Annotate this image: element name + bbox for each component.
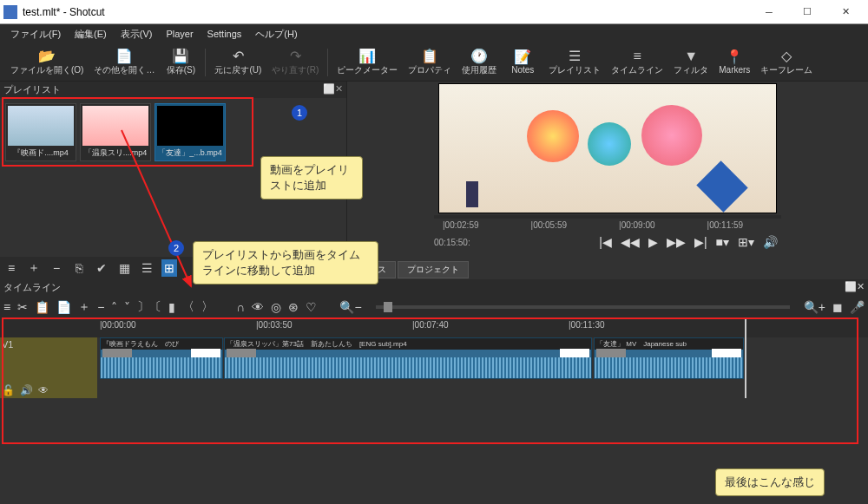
- next-marker-icon[interactable]: 〉: [201, 299, 214, 315]
- table-icon[interactable]: ▦: [116, 261, 132, 275]
- save-icon: 💾: [172, 49, 189, 64]
- magnet-icon[interactable]: ∩: [236, 300, 245, 314]
- thumb-label: 『映画ド....mp4: [8, 146, 74, 159]
- ripple-all-icon[interactable]: ⊛: [288, 300, 299, 314]
- copy-icon[interactable]: 📋: [35, 300, 49, 314]
- minimize-button[interactable]: ─: [750, 1, 788, 23]
- open-other-button[interactable]: 📄その他を開く…: [89, 47, 160, 78]
- timeline-undock-icon[interactable]: ⬜: [845, 281, 857, 294]
- playlist-item[interactable]: 「友達」_...b.mp4: [155, 103, 226, 161]
- properties-button[interactable]: 📋プロパティ: [403, 47, 457, 78]
- track-header[interactable]: V1 🔓 🔊 👁: [0, 337, 97, 398]
- plus-icon[interactable]: ＋: [26, 260, 42, 276]
- playlist-undock-icon[interactable]: ⬜: [323, 83, 335, 96]
- annotation-badge-2: 2: [168, 240, 184, 256]
- ripple-icon[interactable]: ◎: [271, 300, 281, 314]
- thumb-label: 「友達」_...b.mp4: [157, 146, 223, 159]
- skip-end-icon[interactable]: ▶|: [694, 235, 707, 249]
- timeline-button[interactable]: ≡タイムライン: [606, 47, 668, 78]
- zoom-icon[interactable]: ■▾: [716, 235, 729, 249]
- up-icon[interactable]: ˄: [111, 300, 117, 314]
- paste-icon[interactable]: 📄: [56, 300, 71, 314]
- timeline-body[interactable]: 出力 |00:00:00|00:03:50|00:07:40|00:11:30 …: [0, 318, 868, 405]
- menu-player[interactable]: Player: [159, 29, 200, 39]
- timeline-tick: |00:03:50: [256, 320, 293, 330]
- open-other-label: その他を開く…: [94, 64, 155, 76]
- redo-button[interactable]: ↷やり直す(R): [266, 47, 324, 78]
- tl-menu-icon[interactable]: ≡: [3, 300, 10, 314]
- peak-meter-button[interactable]: 📊ピークメーター: [332, 47, 403, 78]
- notes-button[interactable]: 📝Notes: [502, 48, 543, 76]
- open-file-button[interactable]: 📂ファイルを開く(O): [5, 47, 89, 78]
- playlist-item[interactable]: 『映画ド....mp4: [5, 103, 76, 161]
- play-icon[interactable]: ▶: [648, 235, 658, 249]
- timeline-close-icon[interactable]: ✕: [857, 281, 865, 294]
- menu-help[interactable]: ヘルプ(H): [248, 28, 304, 41]
- list-view-icon[interactable]: ☰: [139, 261, 155, 275]
- volume-icon[interactable]: 🔊: [763, 235, 778, 249]
- keyframe-button[interactable]: ◇キーフレーム: [755, 47, 818, 78]
- timeline-header: タイムライン⬜✕: [0, 279, 868, 296]
- history-button[interactable]: 🕐使用履歴: [457, 47, 502, 78]
- undo-button[interactable]: ↶元に戻す(U): [209, 47, 266, 78]
- clip-waveform: [225, 357, 591, 378]
- annotation-badge-1: 1: [292, 105, 307, 121]
- menu-icon[interactable]: ≡: [3, 261, 19, 275]
- zoom-fit-icon[interactable]: ◼: [832, 300, 843, 314]
- marker-add-icon[interactable]: ▮: [168, 300, 175, 314]
- minus-icon[interactable]: −: [97, 300, 104, 314]
- filter-button[interactable]: ▼フィルタ: [668, 47, 713, 78]
- grid-view-icon[interactable]: ⊞: [161, 259, 177, 277]
- timeline-tick: |00:00:00: [100, 320, 136, 330]
- menu-view[interactable]: 表示(V): [114, 28, 160, 41]
- maximize-button[interactable]: ☐: [788, 1, 826, 23]
- menu-settings[interactable]: Settings: [201, 29, 249, 39]
- redo-label: やり直す(R): [272, 64, 319, 76]
- fast-forward-icon[interactable]: ▶▶: [667, 235, 686, 249]
- playlist-close-icon[interactable]: ✕: [335, 83, 343, 96]
- close-button[interactable]: ✕: [826, 1, 865, 23]
- markers-button[interactable]: 📍Markers: [713, 48, 755, 76]
- grid-icon[interactable]: ⊞▾: [738, 235, 754, 249]
- insert-icon[interactable]: ⎘: [71, 261, 87, 275]
- menu-file[interactable]: ファイル(F): [3, 28, 68, 41]
- timeline-ruler[interactable]: |00:00:00|00:03:50|00:07:40|00:11:30: [0, 318, 868, 337]
- preview-ruler[interactable]: |00:02:59 |00:05:59 |00:09:00 |00:11:59: [434, 219, 781, 232]
- down-icon[interactable]: ˅: [124, 300, 130, 314]
- scrub-icon[interactable]: 👁: [252, 300, 264, 314]
- key-icon: ◇: [781, 49, 792, 64]
- ripple-markers-icon[interactable]: ♡: [306, 300, 317, 314]
- zoom-in-icon[interactable]: 🔍+: [804, 300, 825, 314]
- prev-marker-icon[interactable]: 〈: [182, 299, 194, 315]
- rewind-icon[interactable]: ◀◀: [621, 235, 640, 249]
- split-icon[interactable]: 〕〔: [137, 299, 161, 315]
- timeline-clip[interactable]: 『映画ドラえもん のび: [100, 337, 223, 379]
- notes-label: Notes: [511, 65, 534, 75]
- timeline-label: タイムライン: [611, 64, 663, 76]
- cut-icon[interactable]: ✂: [17, 300, 28, 314]
- minus-icon[interactable]: −: [49, 261, 64, 275]
- markers-label: Markers: [719, 65, 750, 75]
- meter-icon: 📊: [358, 49, 376, 64]
- zoom-slider[interactable]: [376, 305, 790, 309]
- record-audio-icon[interactable]: 🎤: [850, 300, 865, 314]
- timeline-clip[interactable]: 「友達」 MV Japanese sub: [594, 337, 744, 379]
- lock-icon[interactable]: 🔓: [2, 384, 15, 396]
- tab-project[interactable]: プロジェクト: [398, 261, 469, 278]
- peak-label: ピークメーター: [337, 64, 398, 76]
- menu-edit[interactable]: 編集(E): [68, 28, 114, 41]
- list-icon: ☰: [569, 49, 581, 64]
- mute-icon[interactable]: 🔊: [20, 384, 33, 396]
- plus-icon[interactable]: ＋: [78, 299, 90, 315]
- zoom-out-icon[interactable]: 🔍−: [339, 300, 361, 314]
- hide-icon[interactable]: 👁: [38, 384, 49, 396]
- check-icon[interactable]: ✔: [94, 261, 109, 275]
- save-button[interactable]: 💾保存(S): [160, 47, 201, 78]
- preview-viewport[interactable]: [438, 83, 777, 213]
- playlist-item[interactable]: 「温泉スリ....mp4: [80, 103, 151, 161]
- playhead[interactable]: [745, 318, 746, 398]
- funnel-icon: ▼: [684, 49, 698, 64]
- skip-start-icon[interactable]: |◀: [599, 235, 612, 249]
- playlist-button[interactable]: ☰プレイリスト: [543, 47, 606, 78]
- timeline-clip[interactable]: 「温泉スリッパ」第73話 新あたしんち [ENG sub].mp4: [224, 337, 592, 379]
